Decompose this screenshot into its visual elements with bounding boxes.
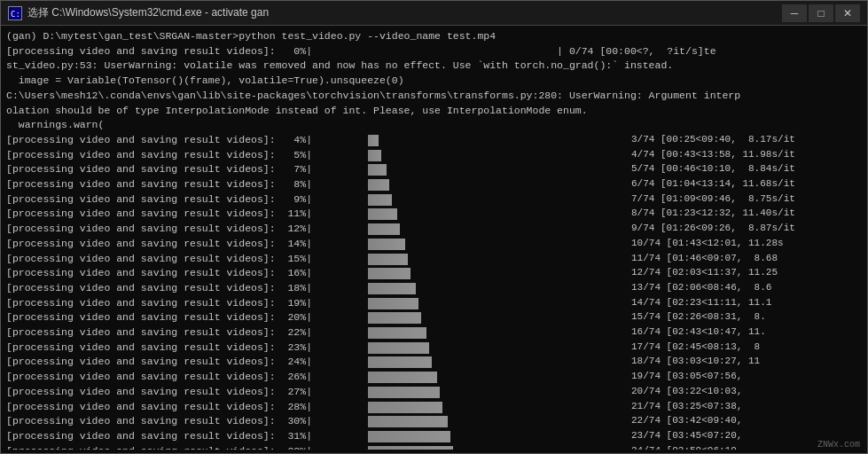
title-bar-left: C: 选择 C:\Windows\System32\cmd.exe - acti… <box>8 5 269 20</box>
watermark: ZNWx.com <box>817 439 860 452</box>
terminal[interactable]: (gan) D:\mytest\gan_test\SRGAN-master>py… <box>1 26 867 453</box>
title-bar: C: 选择 C:\Windows\System32\cmd.exe - acti… <box>1 1 867 26</box>
terminal-content: (gan) D:\mytest\gan_test\SRGAN-master>py… <box>6 29 862 450</box>
title-bar-controls: ─ □ ✕ <box>782 4 860 22</box>
title-bar-text: 选择 C:\Windows\System32\cmd.exe - activat… <box>27 5 269 20</box>
close-button[interactable]: ✕ <box>835 4 860 22</box>
svg-text:C:: C: <box>11 10 20 19</box>
window: C: 选择 C:\Windows\System32\cmd.exe - acti… <box>0 0 868 454</box>
minimize-button[interactable]: ─ <box>782 4 807 22</box>
maximize-button[interactable]: □ <box>809 4 833 22</box>
cmd-icon: C: <box>8 6 22 20</box>
